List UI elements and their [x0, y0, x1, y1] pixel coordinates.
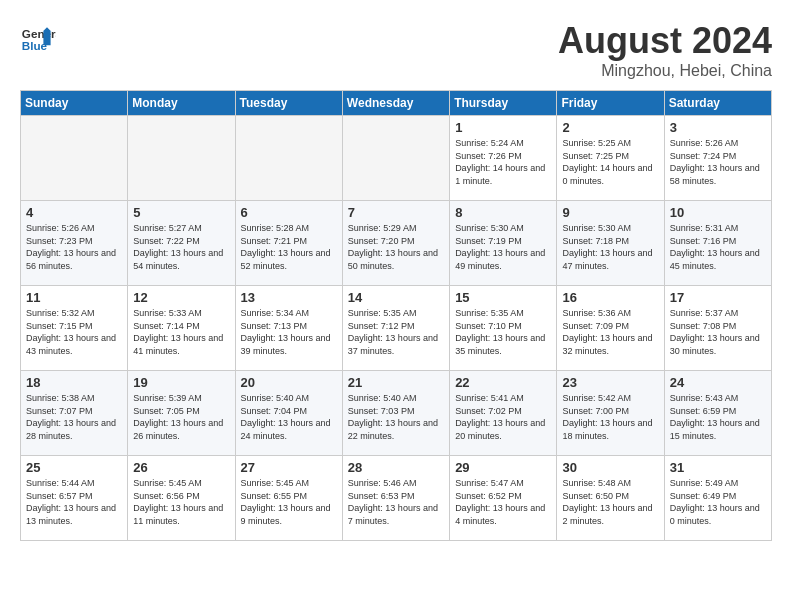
day-info: Sunrise: 5:25 AM Sunset: 7:25 PM Dayligh… — [562, 137, 658, 187]
calendar-cell: 12Sunrise: 5:33 AM Sunset: 7:14 PM Dayli… — [128, 286, 235, 371]
column-header-saturday: Saturday — [664, 91, 771, 116]
day-info: Sunrise: 5:36 AM Sunset: 7:09 PM Dayligh… — [562, 307, 658, 357]
day-info: Sunrise: 5:39 AM Sunset: 7:05 PM Dayligh… — [133, 392, 229, 442]
day-number: 14 — [348, 290, 444, 305]
location-subtitle: Mingzhou, Hebei, China — [558, 62, 772, 80]
column-header-sunday: Sunday — [21, 91, 128, 116]
calendar-cell — [21, 116, 128, 201]
day-info: Sunrise: 5:26 AM Sunset: 7:23 PM Dayligh… — [26, 222, 122, 272]
day-number: 7 — [348, 205, 444, 220]
calendar-week-row: 18Sunrise: 5:38 AM Sunset: 7:07 PM Dayli… — [21, 371, 772, 456]
calendar-cell: 10Sunrise: 5:31 AM Sunset: 7:16 PM Dayli… — [664, 201, 771, 286]
calendar-cell: 3Sunrise: 5:26 AM Sunset: 7:24 PM Daylig… — [664, 116, 771, 201]
calendar-week-row: 25Sunrise: 5:44 AM Sunset: 6:57 PM Dayli… — [21, 456, 772, 541]
day-number: 3 — [670, 120, 766, 135]
day-info: Sunrise: 5:40 AM Sunset: 7:04 PM Dayligh… — [241, 392, 337, 442]
calendar-cell: 13Sunrise: 5:34 AM Sunset: 7:13 PM Dayli… — [235, 286, 342, 371]
day-number: 19 — [133, 375, 229, 390]
day-number: 9 — [562, 205, 658, 220]
calendar-cell: 4Sunrise: 5:26 AM Sunset: 7:23 PM Daylig… — [21, 201, 128, 286]
calendar-week-row: 4Sunrise: 5:26 AM Sunset: 7:23 PM Daylig… — [21, 201, 772, 286]
day-info: Sunrise: 5:42 AM Sunset: 7:00 PM Dayligh… — [562, 392, 658, 442]
calendar-cell: 16Sunrise: 5:36 AM Sunset: 7:09 PM Dayli… — [557, 286, 664, 371]
day-number: 4 — [26, 205, 122, 220]
calendar-header-row: SundayMondayTuesdayWednesdayThursdayFrid… — [21, 91, 772, 116]
day-info: Sunrise: 5:29 AM Sunset: 7:20 PM Dayligh… — [348, 222, 444, 272]
day-info: Sunrise: 5:31 AM Sunset: 7:16 PM Dayligh… — [670, 222, 766, 272]
day-info: Sunrise: 5:37 AM Sunset: 7:08 PM Dayligh… — [670, 307, 766, 357]
calendar-cell: 15Sunrise: 5:35 AM Sunset: 7:10 PM Dayli… — [450, 286, 557, 371]
calendar-cell: 21Sunrise: 5:40 AM Sunset: 7:03 PM Dayli… — [342, 371, 449, 456]
calendar-cell: 1Sunrise: 5:24 AM Sunset: 7:26 PM Daylig… — [450, 116, 557, 201]
day-info: Sunrise: 5:49 AM Sunset: 6:49 PM Dayligh… — [670, 477, 766, 527]
calendar-cell — [235, 116, 342, 201]
column-header-friday: Friday — [557, 91, 664, 116]
day-info: Sunrise: 5:44 AM Sunset: 6:57 PM Dayligh… — [26, 477, 122, 527]
calendar-cell — [128, 116, 235, 201]
day-info: Sunrise: 5:48 AM Sunset: 6:50 PM Dayligh… — [562, 477, 658, 527]
day-number: 12 — [133, 290, 229, 305]
day-number: 5 — [133, 205, 229, 220]
day-info: Sunrise: 5:40 AM Sunset: 7:03 PM Dayligh… — [348, 392, 444, 442]
day-info: Sunrise: 5:27 AM Sunset: 7:22 PM Dayligh… — [133, 222, 229, 272]
day-number: 25 — [26, 460, 122, 475]
calendar-cell: 29Sunrise: 5:47 AM Sunset: 6:52 PM Dayli… — [450, 456, 557, 541]
day-info: Sunrise: 5:35 AM Sunset: 7:12 PM Dayligh… — [348, 307, 444, 357]
day-info: Sunrise: 5:45 AM Sunset: 6:56 PM Dayligh… — [133, 477, 229, 527]
day-info: Sunrise: 5:33 AM Sunset: 7:14 PM Dayligh… — [133, 307, 229, 357]
calendar-cell: 9Sunrise: 5:30 AM Sunset: 7:18 PM Daylig… — [557, 201, 664, 286]
day-info: Sunrise: 5:47 AM Sunset: 6:52 PM Dayligh… — [455, 477, 551, 527]
day-number: 8 — [455, 205, 551, 220]
day-number: 1 — [455, 120, 551, 135]
day-number: 27 — [241, 460, 337, 475]
calendar-cell: 20Sunrise: 5:40 AM Sunset: 7:04 PM Dayli… — [235, 371, 342, 456]
calendar-cell: 27Sunrise: 5:45 AM Sunset: 6:55 PM Dayli… — [235, 456, 342, 541]
calendar-cell: 31Sunrise: 5:49 AM Sunset: 6:49 PM Dayli… — [664, 456, 771, 541]
day-number: 28 — [348, 460, 444, 475]
calendar-table: SundayMondayTuesdayWednesdayThursdayFrid… — [20, 90, 772, 541]
calendar-cell: 19Sunrise: 5:39 AM Sunset: 7:05 PM Dayli… — [128, 371, 235, 456]
day-number: 22 — [455, 375, 551, 390]
calendar-cell: 2Sunrise: 5:25 AM Sunset: 7:25 PM Daylig… — [557, 116, 664, 201]
day-number: 23 — [562, 375, 658, 390]
day-number: 11 — [26, 290, 122, 305]
column-header-tuesday: Tuesday — [235, 91, 342, 116]
calendar-cell: 30Sunrise: 5:48 AM Sunset: 6:50 PM Dayli… — [557, 456, 664, 541]
month-title: August 2024 — [558, 20, 772, 62]
day-info: Sunrise: 5:26 AM Sunset: 7:24 PM Dayligh… — [670, 137, 766, 187]
calendar-cell: 23Sunrise: 5:42 AM Sunset: 7:00 PM Dayli… — [557, 371, 664, 456]
calendar-cell: 25Sunrise: 5:44 AM Sunset: 6:57 PM Dayli… — [21, 456, 128, 541]
day-number: 30 — [562, 460, 658, 475]
day-info: Sunrise: 5:45 AM Sunset: 6:55 PM Dayligh… — [241, 477, 337, 527]
calendar-cell: 17Sunrise: 5:37 AM Sunset: 7:08 PM Dayli… — [664, 286, 771, 371]
calendar-cell: 14Sunrise: 5:35 AM Sunset: 7:12 PM Dayli… — [342, 286, 449, 371]
day-info: Sunrise: 5:46 AM Sunset: 6:53 PM Dayligh… — [348, 477, 444, 527]
day-info: Sunrise: 5:41 AM Sunset: 7:02 PM Dayligh… — [455, 392, 551, 442]
logo-icon: General Blue — [20, 20, 56, 56]
day-number: 13 — [241, 290, 337, 305]
calendar-cell: 5Sunrise: 5:27 AM Sunset: 7:22 PM Daylig… — [128, 201, 235, 286]
day-info: Sunrise: 5:28 AM Sunset: 7:21 PM Dayligh… — [241, 222, 337, 272]
day-number: 10 — [670, 205, 766, 220]
day-number: 21 — [348, 375, 444, 390]
calendar-cell: 28Sunrise: 5:46 AM Sunset: 6:53 PM Dayli… — [342, 456, 449, 541]
column-header-thursday: Thursday — [450, 91, 557, 116]
day-info: Sunrise: 5:35 AM Sunset: 7:10 PM Dayligh… — [455, 307, 551, 357]
day-number: 29 — [455, 460, 551, 475]
day-number: 16 — [562, 290, 658, 305]
calendar-cell: 26Sunrise: 5:45 AM Sunset: 6:56 PM Dayli… — [128, 456, 235, 541]
calendar-week-row: 1Sunrise: 5:24 AM Sunset: 7:26 PM Daylig… — [21, 116, 772, 201]
day-number: 17 — [670, 290, 766, 305]
day-info: Sunrise: 5:38 AM Sunset: 7:07 PM Dayligh… — [26, 392, 122, 442]
day-number: 15 — [455, 290, 551, 305]
day-number: 6 — [241, 205, 337, 220]
column-header-monday: Monday — [128, 91, 235, 116]
calendar-cell: 22Sunrise: 5:41 AM Sunset: 7:02 PM Dayli… — [450, 371, 557, 456]
day-number: 18 — [26, 375, 122, 390]
day-number: 24 — [670, 375, 766, 390]
calendar-cell — [342, 116, 449, 201]
day-number: 20 — [241, 375, 337, 390]
title-block: August 2024 Mingzhou, Hebei, China — [558, 20, 772, 80]
day-info: Sunrise: 5:32 AM Sunset: 7:15 PM Dayligh… — [26, 307, 122, 357]
column-header-wednesday: Wednesday — [342, 91, 449, 116]
